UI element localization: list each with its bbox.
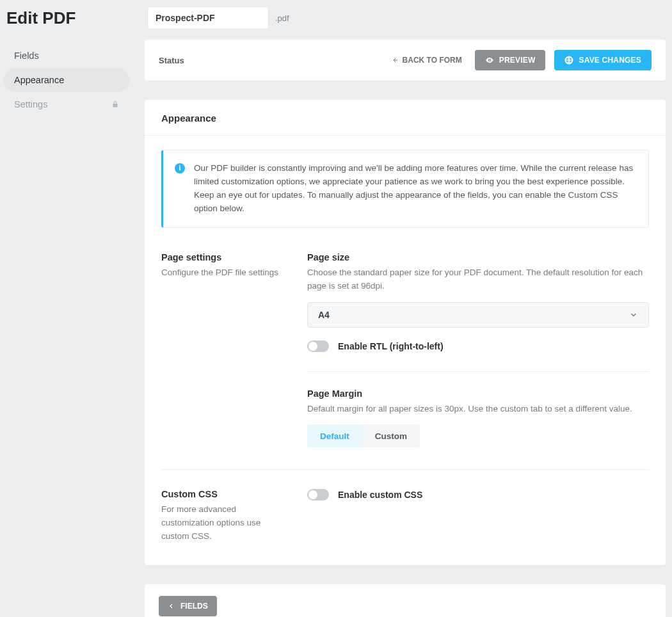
back-to-form-label: BACK TO FORM — [403, 56, 462, 65]
filename-input[interactable] — [147, 6, 269, 29]
globe-icon — [564, 56, 573, 65]
filename-group: .pdf — [147, 6, 289, 29]
back-to-form-link[interactable]: BACK TO FORM — [391, 56, 462, 65]
rtl-toggle[interactable] — [307, 341, 329, 352]
eye-icon — [485, 56, 494, 65]
custom-css-title: Custom CSS — [161, 489, 289, 499]
page-margin-group: Page Margin Default margin for all paper… — [307, 389, 649, 448]
custom-css-toggle[interactable] — [307, 489, 329, 501]
main-content: Status BACK TO FORM PREVIEW SAVE CHANGES — [145, 40, 666, 617]
sidebar-item-appearance[interactable]: Appearance — [4, 68, 129, 92]
tab-margin-custom[interactable]: Custom — [362, 424, 420, 447]
appearance-card: Appearance i Our PDF builder is constant… — [145, 100, 666, 565]
sidebar-item-settings[interactable]: Settings — [4, 92, 129, 116]
sidebar-item-fields[interactable]: Fields — [4, 44, 129, 68]
page-size-title: Page size — [307, 252, 649, 262]
info-icon: i — [175, 163, 185, 173]
page-title: Edit PDF — [6, 8, 83, 28]
custom-css-toggle-label: Enable custom CSS — [338, 490, 422, 500]
sidebar: Fields Appearance Settings — [4, 40, 129, 617]
page-settings-row: Page settings Configure the PDF file set… — [161, 247, 649, 448]
page-size-group: Page size Choose the standard paper size… — [307, 252, 649, 352]
page-margin-tabs: Default Custom — [307, 424, 420, 447]
save-changes-button-label: SAVE CHANGES — [579, 56, 641, 65]
save-changes-button[interactable]: SAVE CHANGES — [554, 50, 652, 70]
custom-css-row: Custom CSS For more advanced customizati… — [161, 469, 649, 543]
page-size-value: A4 — [318, 310, 330, 320]
info-text: Our PDF builder is constantly improving … — [194, 162, 637, 216]
fields-nav-label: FIELDS — [180, 602, 208, 611]
preview-button[interactable]: PREVIEW — [475, 50, 546, 70]
tab-margin-default[interactable]: Default — [307, 424, 362, 447]
page-size-select[interactable]: A4 — [307, 302, 649, 328]
page-margin-title: Page Margin — [307, 389, 649, 399]
footer-bar: FIELDS — [145, 584, 666, 617]
page-settings-desc: Configure the PDF file settings — [161, 266, 289, 280]
fields-nav-button[interactable]: FIELDS — [159, 596, 217, 616]
divider — [307, 371, 649, 372]
arrow-left-icon — [168, 602, 175, 610]
chevron-down-icon — [629, 310, 638, 319]
custom-css-desc: For more advanced customization options … — [161, 503, 289, 543]
lock-icon — [111, 100, 119, 108]
rtl-toggle-label: Enable RTL (right-to-left) — [338, 341, 444, 351]
page-size-help: Choose the standard paper size for your … — [307, 266, 649, 293]
info-box: i Our PDF builder is constantly improvin… — [161, 150, 649, 228]
page-margin-help: Default margin for all paper sizes is 30… — [307, 403, 649, 416]
sidebar-item-label: Settings — [14, 99, 47, 109]
status-bar: Status BACK TO FORM PREVIEW SAVE CHANGES — [145, 40, 666, 81]
sidebar-item-label: Appearance — [14, 75, 64, 85]
sidebar-item-label: Fields — [14, 51, 39, 61]
filename-extension: .pdf — [275, 13, 289, 23]
page-settings-title: Page settings — [161, 252, 289, 262]
arrow-left-icon — [391, 56, 399, 64]
status-label: Status — [159, 56, 382, 65]
preview-button-label: PREVIEW — [499, 56, 536, 65]
appearance-heading: Appearance — [145, 100, 666, 136]
